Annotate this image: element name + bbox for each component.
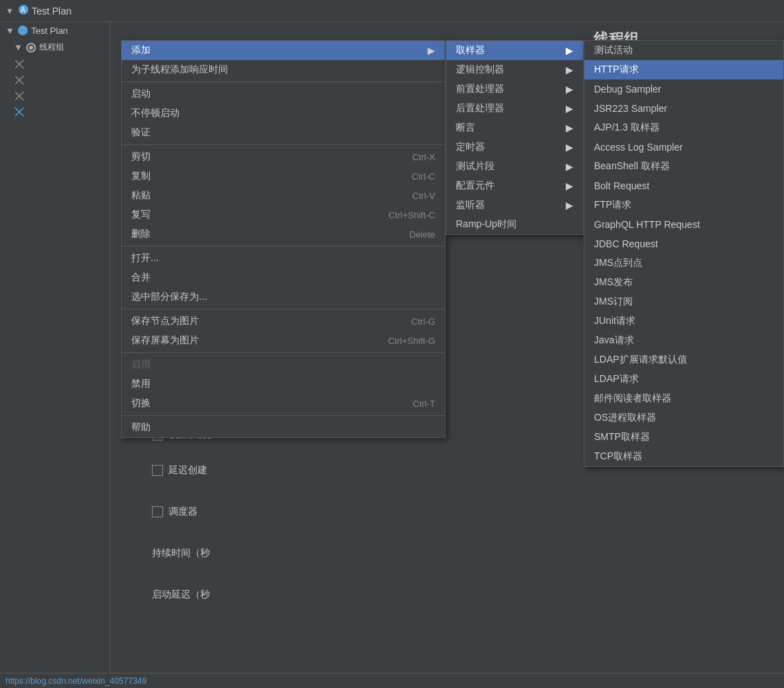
menu-item-copy[interactable]: 复制 Ctrl-C [122, 166, 445, 186]
menu-item-enable[interactable]: 启用 [122, 355, 445, 374]
menu-item-paste[interactable]: 粘贴 Ctrl-V [122, 186, 445, 205]
menu-item-validate[interactable]: 验证 [122, 123, 445, 142]
delay-create-checkbox[interactable] [152, 465, 163, 476]
menu-l3-java[interactable]: Java请求 [584, 331, 783, 350]
tree-scissors-2 [0, 75, 110, 88]
svg-text:A: A [21, 6, 26, 14]
menu-l3-bolt-label: Bolt Request [594, 180, 649, 191]
menu-l3-junit-label: JUnit请求 [594, 315, 635, 327]
top-bar-title: Test Plan [32, 6, 72, 17]
menu-l3-ajp[interactable]: AJP/1.3 取样器 [584, 118, 783, 137]
context-menu-l3: 测试活动 HTTP请求 Debug Sampler JSR223 Sampler… [584, 40, 784, 467]
menu-label-save-screen: 保存屏幕为图片 [131, 334, 199, 347]
tree-arrow-testplan: ▼ [6, 26, 15, 36]
menu-item-no-pause-start[interactable]: 不停顿启动 [122, 104, 445, 123]
menu-item-cut[interactable]: 剪切 Ctrl-X [122, 147, 445, 166]
menu-l2-assertion[interactable]: 断言 ▶ [446, 118, 583, 137]
menu-item-open[interactable]: 打开... [122, 249, 445, 268]
menu-l3-os-process[interactable]: OS进程取样器 [584, 408, 783, 428]
start-delay-label: 启动延迟（秒 [152, 589, 210, 600]
context-menu-l1: 添加 ▶ 为子线程添加响应时间 启动 不停顿启动 验证 剪切 Ctrl-X 复制… [121, 40, 446, 438]
menu-l3-tcp[interactable]: TCP取样器 [584, 447, 783, 466]
menu-item-help[interactable]: 帮助 [122, 418, 445, 437]
menu-l2-sampler-label: 取样器 [456, 44, 485, 57]
status-bar: https://blog.csdn.net/weixin_40577349 [0, 673, 784, 688]
shortcut-delete: Delete [409, 229, 435, 240]
menu-l2-sampler[interactable]: 取样器 ▶ [446, 41, 583, 60]
shortcut-paste: Ctrl-V [412, 191, 435, 201]
tree-item-testplan[interactable]: ▼ Test Plan [0, 22, 110, 39]
tree-label-threadgroup: 线程组 [39, 41, 64, 53]
menu-l2-logic-ctrl-label: 逻辑控制器 [456, 64, 504, 76]
menu-l2-timer[interactable]: 定时器 ▶ [446, 137, 583, 157]
menu-l3-junit[interactable]: JUnit请求 [584, 312, 783, 331]
menu-l3-ftp-label: FTP请求 [594, 199, 631, 211]
menu-l3-jms-point[interactable]: JMS点到点 [584, 254, 783, 273]
menu-l3-jsr223-label: JSR223 Sampler [594, 103, 667, 114]
menu-l3-jms-point-label: JMS点到点 [594, 257, 642, 269]
menu-l3-test-action-label: 测试活动 [594, 44, 633, 57]
menu-l3-beanshell[interactable]: BeanShell 取样器 [584, 157, 783, 176]
menu-l3-ldap-ext[interactable]: LDAP扩展请求默认值 [584, 350, 783, 370]
arrow-right-logic: ▶ [566, 64, 573, 75]
menu-item-start[interactable]: 启动 [122, 84, 445, 104]
menu-label-copy: 复制 [131, 170, 151, 182]
menu-l3-smtp[interactable]: SMTP取样器 [584, 428, 783, 447]
menu-item-save-screen[interactable]: 保存屏幕为图片 Ctrl+Shift-G [122, 331, 445, 350]
svg-point-4 [29, 46, 33, 50]
menu-l2-pre-processor[interactable]: 前置处理器 ▶ [446, 79, 583, 99]
menu-l3-ftp[interactable]: FTP请求 [584, 195, 783, 215]
menu-item-toggle[interactable]: 切换 Ctrl-T [122, 394, 445, 413]
separator-3 [122, 246, 445, 247]
menu-l3-access-log[interactable]: Access Log Sampler [584, 137, 783, 157]
menu-l2-post-processor[interactable]: 后置处理器 ▶ [446, 99, 583, 118]
menu-l3-jms-subscribe[interactable]: JMS订阅 [584, 292, 783, 312]
delay-create-row: 延迟创建 [152, 464, 207, 477]
menu-l2-listener[interactable]: 监听器 ▶ [446, 195, 583, 215]
menu-l2-ramp-up[interactable]: Ramp-Up时间 [446, 215, 583, 234]
status-bar-link[interactable]: https://blog.csdn.net/weixin_40577349 [6, 676, 146, 686]
menu-item-merge[interactable]: 合并 [122, 268, 445, 287]
menu-item-add-time[interactable]: 为子线程添加响应时间 [122, 60, 445, 79]
menu-l3-mail-reader[interactable]: 邮件阅读者取样器 [584, 389, 783, 408]
separator-5 [122, 352, 445, 353]
menu-l3-java-label: Java请求 [594, 334, 634, 347]
menu-l3-jms-publish[interactable]: JMS发布 [584, 273, 783, 292]
arrow-right-post: ▶ [566, 103, 573, 114]
menu-l2-test-fragment[interactable]: 测试片段 ▶ [446, 157, 583, 176]
menu-item-disable[interactable]: 禁用 [122, 374, 445, 394]
menu-l2-timer-label: 定时器 [456, 141, 485, 153]
scissors-icon-2 [14, 75, 25, 86]
menu-item-add[interactable]: 添加 ▶ [122, 41, 445, 60]
tree-scissors-1 [0, 59, 110, 72]
shortcut-cut: Ctrl-X [412, 152, 435, 162]
menu-l2-logic-ctrl[interactable]: 逻辑控制器 ▶ [446, 60, 583, 79]
menu-label-add: 添加 [131, 44, 151, 57]
tree-item-threadgroup[interactable]: ▼ 线程组 [0, 39, 110, 56]
scissors-icon-1 [14, 59, 25, 70]
arrow-right-fragment: ▶ [566, 161, 573, 172]
tree-panel: ▼ Test Plan ▼ 线程组 [0, 22, 111, 688]
arrow-right-listener: ▶ [566, 200, 573, 211]
menu-l3-debug-sampler[interactable]: Debug Sampler [584, 79, 783, 99]
menu-l2-listener-label: 监听器 [456, 199, 485, 211]
menu-l2-config-elem[interactable]: 配置元件 ▶ [446, 176, 583, 195]
menu-l3-bolt[interactable]: Bolt Request [584, 176, 783, 195]
scheduler-checkbox[interactable] [152, 506, 163, 517]
menu-l3-test-action[interactable]: 测试活动 [584, 41, 783, 60]
menu-item-rewrite[interactable]: 复写 Ctrl+Shift-C [122, 205, 445, 224]
menu-item-save-node[interactable]: 保存节点为图片 Ctrl-G [122, 312, 445, 331]
menu-l2-test-fragment-label: 测试片段 [456, 160, 495, 173]
menu-label-enable: 启用 [131, 359, 151, 371]
menu-l3-ldap[interactable]: LDAP请求 [584, 370, 783, 389]
arrow-right-add: ▶ [428, 45, 435, 56]
menu-l3-http-request[interactable]: HTTP请求 [584, 60, 783, 79]
menu-item-save-selected[interactable]: 选中部分保存为... [122, 287, 445, 307]
menu-l3-jsr223[interactable]: JSR223 Sampler [584, 99, 783, 118]
scheduler-row: 调度器 [152, 506, 198, 518]
menu-l3-graphql[interactable]: GraphQL HTTP Request [584, 215, 783, 234]
shortcut-copy: Ctrl-C [412, 171, 435, 182]
menu-item-delete[interactable]: 删除 Delete [122, 224, 445, 244]
menu-l3-ldap-ext-label: LDAP扩展请求默认值 [594, 354, 687, 366]
menu-l3-jdbc[interactable]: JDBC Request [584, 234, 783, 254]
